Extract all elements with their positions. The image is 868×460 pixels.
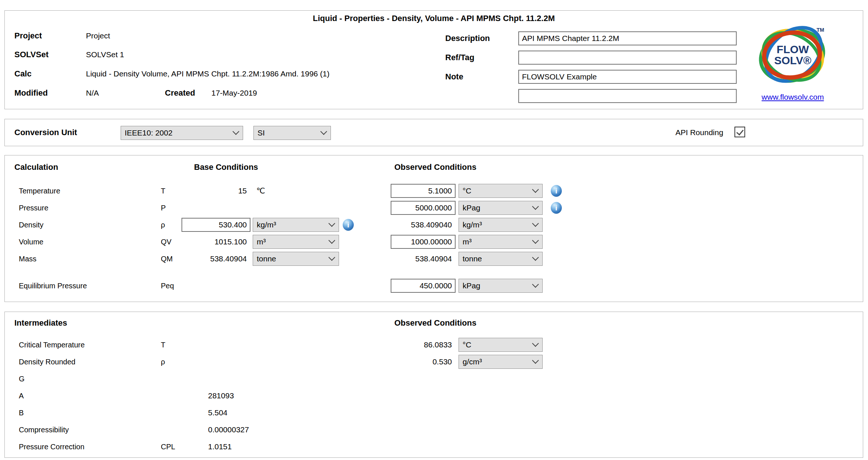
equilibrium-pressure-unit-value: kPag — [463, 281, 480, 290]
intermediates-panel: Intermediates Observed Conditions Critic… — [4, 312, 863, 458]
chevron-down-icon — [532, 237, 539, 244]
base-temperature-unit: ℃ — [253, 184, 265, 198]
base-volume-unit-value: m³ — [257, 237, 266, 246]
chevron-down-icon — [532, 357, 539, 364]
row-symbol: T — [161, 184, 165, 198]
conversion-standard-value: IEEE10: 2002 — [125, 128, 173, 137]
observed-volume-unit-value: m³ — [463, 237, 472, 246]
row-label: Density Rounded — [19, 355, 75, 369]
observed-volume-unit-select[interactable]: m³ — [459, 235, 543, 249]
density-rounded-value: 0.530 — [374, 355, 452, 369]
compressibility-value: 0.00000327 — [208, 423, 249, 437]
observed-conditions-header: Observed Conditions — [394, 162, 476, 172]
conversion-unit-label: Conversion Unit — [14, 127, 77, 138]
row-label: Pressure Correction — [19, 440, 84, 454]
flowsolv-logo: FLOW SOLV® TM — [756, 20, 830, 91]
api-rounding-checkbox[interactable] — [734, 127, 745, 137]
table-row-b: B 5.504 — [5, 406, 863, 420]
table-row-a: A 281093 — [5, 389, 863, 403]
chevron-down-icon — [232, 128, 239, 135]
reftag-input[interactable] — [518, 51, 737, 65]
reftag-label: Ref/Tag — [445, 51, 474, 65]
table-row-compressibility: Compressibility 0.00000327 — [5, 423, 863, 437]
equilibrium-pressure-unit-select[interactable]: kPag — [459, 279, 543, 293]
observed-temperature-input[interactable] — [391, 184, 456, 198]
base-volume-value: 1015.100 — [166, 235, 247, 249]
flowsolv-website-link[interactable]: www.flowsolv.com — [752, 93, 833, 102]
base-conditions-header: Base Conditions — [194, 162, 258, 172]
observed-density-unit-value: kg/m³ — [463, 220, 482, 229]
row-symbol: CPL — [161, 440, 175, 454]
chevron-down-icon — [328, 254, 335, 261]
base-mass-unit-select[interactable]: tonne — [253, 252, 339, 266]
observed-volume-input[interactable] — [391, 235, 456, 249]
created-value: 17-May-2019 — [211, 88, 257, 98]
logo-text-solv: SOLV® — [774, 54, 812, 66]
description-input[interactable] — [518, 31, 737, 45]
critical-temperature-unit-value: °C — [463, 340, 471, 349]
solvset-value: SOLVSet 1 — [86, 49, 124, 60]
observed-density-unit-select[interactable]: kg/m³ — [459, 218, 543, 232]
note-label: Note — [445, 70, 463, 84]
chevron-down-icon — [328, 237, 335, 244]
equilibrium-pressure-input[interactable] — [391, 279, 456, 293]
table-row-equilibrium-pressure: Equilibrium Pressure Peq kPag — [5, 279, 863, 293]
row-label: Mass — [19, 252, 37, 266]
b-value: 5.504 — [208, 406, 228, 420]
chevron-down-icon — [320, 128, 327, 135]
table-row-density-rounded: Density Rounded ρ 0.530 g/cm³ — [5, 355, 863, 369]
table-row-g: G — [5, 372, 863, 386]
critical-temperature-value: 86.0833 — [374, 338, 452, 352]
row-symbol: ρ — [161, 218, 165, 232]
table-row-pressure-correction: Pressure Correction CPL 1.0151 — [5, 440, 863, 454]
calculation-panel: Calculation Base Conditions Observed Con… — [4, 155, 863, 302]
unit-system-select[interactable]: SI — [253, 126, 331, 140]
intermediates-header: Intermediates — [14, 318, 67, 328]
observed-pressure-unit-select[interactable]: kPag — [459, 201, 543, 215]
description-label: Description — [445, 31, 490, 45]
calculation-header: Calculation — [14, 162, 58, 172]
chevron-down-icon — [532, 254, 539, 261]
conversion-standard-select[interactable]: IEEE10: 2002 — [121, 126, 243, 140]
pressure-correction-value: 1.0151 — [208, 440, 232, 454]
a-value: 281093 — [208, 389, 234, 403]
logo-tm-mark: TM — [816, 27, 824, 33]
logo-text-flow: FLOW — [777, 43, 809, 55]
observed-mass-unit-select[interactable]: tonne — [459, 252, 543, 266]
note-input[interactable] — [518, 70, 737, 84]
base-density-input[interactable] — [181, 218, 250, 232]
chevron-down-icon — [532, 203, 539, 210]
conversion-unit-panel: Conversion Unit IEEE10: 2002 SI API Roun… — [4, 119, 863, 146]
info-icon[interactable] — [343, 219, 354, 231]
row-label: Temperature — [19, 184, 60, 198]
row-label: Compressibility — [19, 423, 69, 437]
table-row-pressure: Pressure P kPag — [5, 201, 863, 215]
row-label: Critical Temperature — [19, 338, 85, 352]
info-icon[interactable] — [551, 202, 562, 214]
row-symbol: P — [161, 201, 166, 215]
observed-mass-unit-value: tonne — [463, 254, 482, 263]
calc-value: Liquid - Density Volume, API MPMS Chpt. … — [86, 69, 329, 79]
observed-temperature-unit-select[interactable]: °C — [459, 184, 543, 198]
base-mass-value: 538.40904 — [166, 252, 247, 266]
critical-temperature-unit-select[interactable]: °C — [459, 338, 543, 352]
row-label: Volume — [19, 235, 44, 249]
info-icon[interactable] — [551, 185, 562, 197]
row-symbol: Peq — [161, 279, 174, 293]
base-density-unit-select[interactable]: kg/m³ — [253, 218, 339, 232]
density-rounded-unit-select[interactable]: g/cm³ — [459, 355, 543, 369]
row-label: Pressure — [19, 201, 48, 215]
modified-label: Modified — [14, 88, 48, 98]
chevron-down-icon — [532, 281, 539, 288]
chevron-down-icon — [532, 186, 539, 193]
project-value: Project — [86, 31, 110, 41]
row-symbol: T — [161, 338, 165, 352]
note2-input[interactable] — [518, 89, 737, 103]
chevron-down-icon — [532, 220, 539, 227]
base-volume-unit-select[interactable]: m³ — [253, 235, 339, 249]
observed-pressure-unit-value: kPag — [463, 203, 480, 212]
table-row-critical-temperature: Critical Temperature T 86.0833 °C — [5, 338, 863, 352]
observed-pressure-input[interactable] — [391, 201, 456, 215]
created-label: Created — [165, 88, 195, 98]
row-symbol: ρ — [161, 355, 165, 369]
